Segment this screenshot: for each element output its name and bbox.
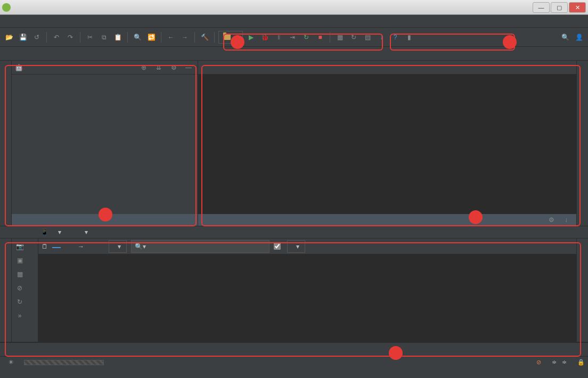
project-panel: 🤖 ⊕ ⇊ ⚙ —: [12, 61, 198, 226]
warning-icon[interactable]: ⊘: [536, 359, 541, 366]
android-icon: 🤖: [15, 64, 23, 71]
restart-icon[interactable]: ↻: [14, 296, 26, 308]
tips-icon[interactable]: ▮: [403, 31, 415, 43]
left-tool-stripe-lower: [0, 239, 12, 342]
terminate-icon[interactable]: ⊘: [14, 282, 26, 294]
log-level-selector[interactable]: ▾: [109, 240, 127, 253]
android-monitor-header: 📱 ▾ ▾: [0, 226, 588, 239]
debug-icon[interactable]: 🐞: [259, 31, 271, 43]
logcat-toolbar: 📷 ▣ ▦ ⊘ ↻ »: [12, 239, 38, 342]
run-icon[interactable]: ▶: [245, 31, 257, 43]
annotation-badge-4: [469, 210, 483, 224]
editor-statusbar: ⚙ ↓: [198, 214, 576, 226]
tab-logcat[interactable]: [52, 245, 61, 248]
paste-icon[interactable]: 📋: [112, 31, 124, 43]
annotation-badge-2: [503, 35, 517, 49]
tab-monitors[interactable]: [65, 245, 74, 248]
chevron-right-icon: →: [78, 243, 84, 250]
collapse-icon[interactable]: ⇊: [153, 62, 165, 73]
editor-tabs: [198, 61, 576, 75]
sdk-icon[interactable]: ↻: [348, 31, 360, 43]
help-icon[interactable]: ?: [389, 31, 401, 43]
project-tree[interactable]: [12, 75, 198, 214]
code-editor[interactable]: [198, 75, 576, 214]
back-icon[interactable]: ←: [165, 31, 177, 43]
spinner-icon: ✳: [9, 359, 13, 366]
open-icon[interactable]: 📂: [3, 31, 15, 43]
left-tool-stripe: [0, 61, 12, 226]
layout-icon[interactable]: ▤: [362, 31, 373, 43]
attach-icon[interactable]: ⇥: [287, 31, 298, 43]
hide-icon[interactable]: —: [183, 62, 194, 73]
search-icon: 🔍▾: [135, 243, 146, 250]
lock-icon[interactable]: 🔒: [577, 359, 585, 366]
bottom-tool-tabs: [0, 342, 588, 356]
titlebar: — ▢ ✕: [0, 0, 588, 15]
line-separator[interactable]: ≑: [552, 359, 557, 366]
download-icon[interactable]: ↓: [560, 214, 572, 226]
editor-area: ⚙ ↓: [198, 61, 576, 226]
make-icon[interactable]: 🔨: [199, 31, 210, 43]
replace-icon[interactable]: 🔁: [145, 31, 157, 43]
copy-icon[interactable]: ⧉: [98, 31, 110, 43]
logcat-panel: 📷 ▣ ▦ ⊘ ↻ » 🗒 → ▾ 🔍▾ ▾: [0, 239, 588, 342]
annotation-badge-1: [231, 35, 244, 49]
redo-icon[interactable]: ↷: [64, 31, 76, 43]
avd-icon[interactable]: ▦: [334, 31, 346, 43]
maximize-button[interactable]: ▢: [551, 2, 568, 13]
user-icon[interactable]: 👤: [573, 31, 585, 43]
logcat-output[interactable]: [38, 254, 576, 342]
logcat-bar: 🗒 → ▾ 🔍▾ ▾: [38, 239, 576, 254]
chevron-down-icon[interactable]: ▾: [85, 228, 88, 236]
sync-icon[interactable]: ↺: [31, 31, 43, 43]
gear-icon[interactable]: ⚙: [545, 214, 557, 226]
stop-icon[interactable]: ■: [314, 31, 326, 43]
cut-icon[interactable]: ✂: [84, 31, 96, 43]
forward-icon[interactable]: →: [179, 31, 191, 43]
save-icon[interactable]: 💾: [17, 31, 29, 43]
download-icon[interactable]: ↓: [375, 31, 387, 43]
annotation-badge-3: [99, 208, 112, 221]
device-icon: 📱: [40, 228, 48, 236]
menubar: [0, 15, 588, 28]
undo-icon[interactable]: ↶: [51, 31, 62, 43]
logcat-search[interactable]: 🔍▾: [131, 240, 270, 253]
right-tool-stripe-lower: [576, 239, 588, 342]
gear-icon[interactable]: ⚙: [168, 62, 179, 73]
module-icon: [223, 34, 231, 40]
search-everywhere-icon[interactable]: 🔍: [559, 31, 571, 43]
annotation-badge-5: [389, 346, 403, 360]
main-toolbar: 📂 💾 ↺ ↶ ↷ ✂ ⧉ 📋 🔍 🔁 ← → 🔨 ▾ ▶ 🐞 ⫴ ⇥ ↻ ■ …: [0, 28, 588, 47]
progress-bar: [24, 360, 104, 365]
breadcrumb: [0, 47, 588, 61]
regex-checkbox[interactable]: [274, 243, 283, 250]
profile-icon[interactable]: ⫴: [273, 31, 284, 43]
logcat-icon: 🗒: [42, 243, 48, 250]
chevron-down-icon[interactable]: ▾: [58, 228, 61, 236]
apply-changes-icon[interactable]: ↻: [300, 31, 312, 43]
find-icon[interactable]: 🔍: [132, 31, 143, 43]
target-icon[interactable]: ⊕: [138, 62, 150, 73]
more-icon[interactable]: »: [14, 310, 26, 322]
screenshot-icon[interactable]: 📷: [14, 241, 26, 252]
record-icon[interactable]: ▣: [14, 254, 26, 266]
project-panel-header: 🤖 ⊕ ⇊ ⚙ —: [12, 61, 198, 75]
filter-selector[interactable]: ▾: [287, 240, 305, 253]
right-tool-stripe: [576, 61, 588, 226]
minimize-button[interactable]: —: [533, 2, 550, 13]
close-button[interactable]: ✕: [569, 2, 586, 13]
status-bar: ✳ ⊘ ≑ ≑ 🔒: [0, 356, 588, 368]
file-encoding[interactable]: ≑: [562, 359, 567, 366]
app-icon: [2, 3, 11, 12]
dump-icon[interactable]: ▦: [14, 268, 26, 280]
